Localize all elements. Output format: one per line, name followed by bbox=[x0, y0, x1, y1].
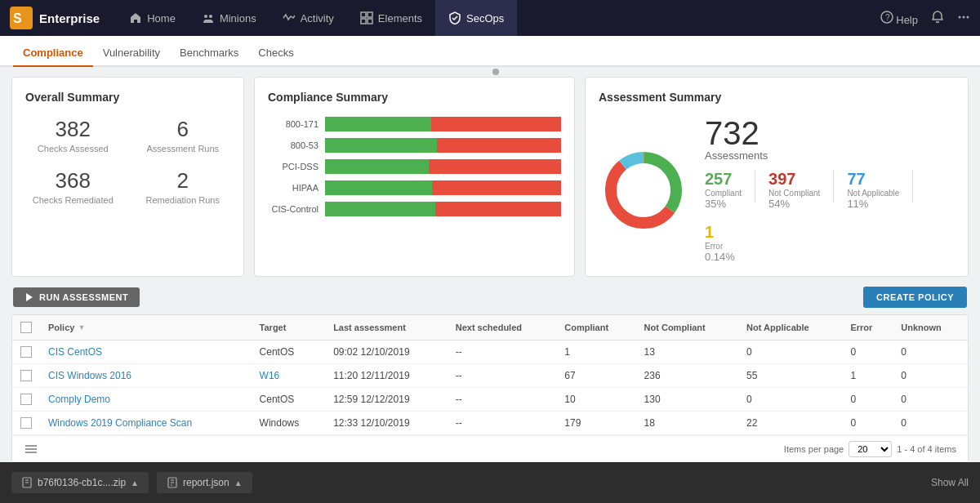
svg-rect-6 bbox=[361, 19, 366, 24]
download-json[interactable]: report.json ▲ bbox=[157, 472, 252, 473]
run-assessment-button[interactable]: RUN ASSESSMENT bbox=[13, 287, 140, 307]
table-row: CIS CentOSCentOS09:02 12/10/2019--113000 bbox=[12, 341, 968, 364]
table-row: CIS Windows 2016W1611:20 12/11/2019--672… bbox=[12, 364, 968, 388]
row-next-scheduled: -- bbox=[448, 412, 557, 435]
nav-right: ? Help bbox=[880, 11, 970, 26]
bar-compliant-seg bbox=[325, 159, 429, 174]
row-next-scheduled: -- bbox=[448, 388, 557, 412]
not-applicable-num: 77 bbox=[847, 170, 865, 189]
row-checkbox[interactable] bbox=[20, 417, 32, 429]
assessment-summary-card: Assessment Summary 732 Assessments 257 C… bbox=[585, 77, 969, 277]
logo-icon: S bbox=[10, 7, 33, 29]
checks-assessed-label: Checks Assessed bbox=[25, 144, 121, 154]
row-policy[interactable]: CIS Windows 2016 bbox=[40, 364, 252, 388]
items-per-page-label: Items per page bbox=[784, 444, 844, 454]
th-not-applicable: Not Applicable bbox=[738, 315, 842, 341]
more-button[interactable] bbox=[957, 11, 970, 26]
bar-compliant-seg bbox=[325, 138, 437, 153]
checks-remediated-label: Checks Remediated bbox=[25, 195, 121, 205]
row-policy[interactable]: Comply Demo bbox=[40, 388, 252, 412]
nav-home-label: Home bbox=[147, 12, 176, 24]
bar-compliant-seg bbox=[325, 202, 435, 216]
elements-icon bbox=[360, 11, 373, 24]
row-policy[interactable]: CIS CentOS bbox=[40, 341, 252, 364]
row-error: 0 bbox=[842, 388, 893, 412]
row-checkbox-cell bbox=[12, 341, 40, 364]
activity-icon bbox=[283, 11, 296, 24]
bar-not-compliant-seg bbox=[437, 138, 561, 153]
svg-point-11 bbox=[963, 16, 965, 18]
svg-rect-15 bbox=[25, 448, 37, 450]
nav-home[interactable]: Home bbox=[116, 0, 189, 36]
home-icon bbox=[129, 11, 142, 24]
row-last-assessment: 09:02 12/10/2019 bbox=[325, 341, 448, 364]
svg-point-10 bbox=[959, 16, 961, 18]
nav-minions[interactable]: Minions bbox=[189, 0, 270, 36]
row-compliant: 1 bbox=[556, 341, 635, 364]
th-next-scheduled: Next scheduled bbox=[448, 315, 557, 341]
svg-text:?: ? bbox=[885, 13, 890, 22]
metric-divider-2 bbox=[833, 170, 834, 203]
bar-row: CIS-Control bbox=[268, 202, 561, 216]
help-button[interactable]: ? Help bbox=[880, 11, 918, 26]
sub-nav-benchmarks[interactable]: Benchmarks bbox=[170, 47, 248, 67]
bar-row: HIPAA bbox=[268, 180, 561, 195]
select-all-checkbox[interactable] bbox=[20, 322, 32, 333]
th-policy[interactable]: Policy ▼ bbox=[40, 315, 252, 341]
error-num: 1 bbox=[705, 223, 714, 242]
bar-not-compliant-seg bbox=[435, 202, 561, 216]
table-row: Windows 2019 Compliance ScanWindows12:33… bbox=[12, 412, 968, 435]
row-checkbox[interactable] bbox=[20, 346, 32, 358]
bar-label: HIPAA bbox=[268, 183, 325, 193]
row-not-applicable: 0 bbox=[738, 388, 842, 412]
more-icon bbox=[957, 11, 970, 24]
not-applicable-pct: 11% bbox=[847, 198, 868, 210]
remediation-runs-num: 2 bbox=[136, 168, 231, 194]
nav-secops[interactable]: SecOps bbox=[435, 0, 517, 36]
nav-elements[interactable]: Elements bbox=[347, 0, 435, 36]
th-select-all[interactable] bbox=[12, 315, 40, 341]
row-unknown: 0 bbox=[893, 388, 968, 412]
checks-remediated-num: 368 bbox=[25, 168, 121, 194]
bar-row: 800-53 bbox=[268, 138, 561, 153]
bar-row: PCI-DSS bbox=[268, 159, 561, 174]
nav-activity[interactable]: Activity bbox=[270, 0, 347, 36]
create-policy-button[interactable]: CREATE POLICY bbox=[863, 287, 967, 308]
svg-rect-4 bbox=[361, 12, 366, 17]
row-target[interactable]: W16 bbox=[252, 364, 326, 388]
not-applicable-label: Not Applicable bbox=[847, 189, 899, 198]
assessment-summary-title: Assessment Summary bbox=[599, 91, 955, 104]
row-error: 0 bbox=[842, 412, 893, 435]
row-unknown: 0 bbox=[893, 364, 968, 388]
row-checkbox[interactable] bbox=[20, 370, 32, 381]
table-row: Comply DemoCentOS12:59 12/12/2019--10130… bbox=[12, 388, 968, 412]
row-policy[interactable]: Windows 2019 Compliance Scan bbox=[40, 412, 252, 435]
compliance-summary-card: Compliance Summary 800-171800-53PCI-DSSH… bbox=[254, 77, 575, 277]
nav-elements-label: Elements bbox=[378, 12, 422, 24]
th-not-compliant: Not Compliant bbox=[636, 315, 738, 341]
notifications-button[interactable] bbox=[931, 11, 944, 26]
sub-nav-compliance[interactable]: Compliance bbox=[13, 47, 93, 67]
sub-nav-vulnerability[interactable]: Vulnerability bbox=[93, 47, 170, 67]
svg-marker-13 bbox=[26, 293, 33, 301]
row-target: CentOS bbox=[252, 388, 326, 412]
row-checkbox-cell bbox=[12, 364, 40, 388]
svg-rect-16 bbox=[25, 452, 37, 453]
row-checkbox[interactable] bbox=[20, 394, 32, 405]
table-settings-icon[interactable] bbox=[24, 442, 38, 456]
items-per-page-select[interactable]: 20 50 100 bbox=[849, 441, 892, 457]
action-row: RUN ASSESSMENT CREATE POLICY bbox=[11, 287, 969, 308]
checks-assessed-stat: 382 Checks Assessed bbox=[25, 117, 121, 154]
bar-compliant-seg bbox=[325, 180, 432, 195]
assessment-runs-stat: 6 Assessment Runs bbox=[136, 117, 231, 154]
row-not-compliant: 236 bbox=[636, 364, 738, 388]
sub-nav-checks[interactable]: Checks bbox=[248, 47, 303, 67]
download-zip[interactable]: b76f0136-cb1c....zip ▲ bbox=[11, 472, 149, 473]
compliant-metric: 257 Compliant 35% bbox=[705, 170, 742, 210]
row-error: 1 bbox=[842, 364, 893, 388]
row-error: 0 bbox=[842, 341, 893, 364]
row-compliant: 67 bbox=[556, 364, 635, 388]
compliance-bar-chart: 800-171800-53PCI-DSSHIPAACIS-Control bbox=[268, 117, 561, 216]
app-logo[interactable]: S Enterprise bbox=[10, 7, 100, 29]
donut-chart bbox=[599, 145, 688, 235]
